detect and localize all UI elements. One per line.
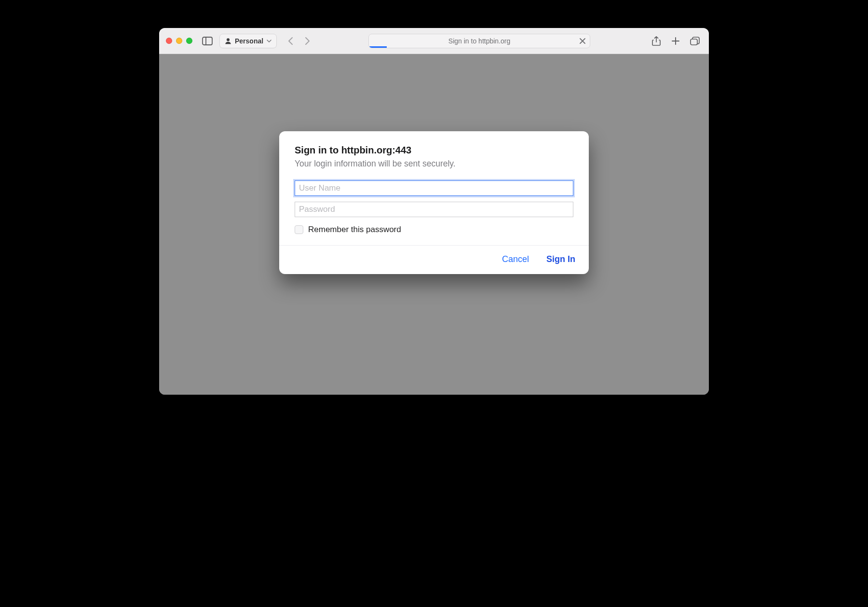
tab-overview-button[interactable] — [688, 34, 702, 48]
minimize-window-button[interactable] — [176, 38, 182, 44]
dialog-subtitle: Your login information will be sent secu… — [295, 159, 573, 169]
remember-checkbox[interactable] — [295, 225, 303, 234]
signin-button[interactable]: Sign In — [544, 252, 577, 266]
page-load-progress — [369, 46, 387, 48]
forward-button[interactable] — [300, 34, 314, 48]
plus-icon — [671, 37, 680, 45]
share-button[interactable] — [649, 34, 664, 48]
address-text: Sign in to httpbin.org — [448, 37, 510, 45]
page-content-area: Sign in to httpbin.org:443 Your login in… — [159, 54, 709, 395]
auth-dialog: Sign in to httpbin.org:443 Your login in… — [279, 131, 589, 274]
fullscreen-window-button[interactable] — [186, 38, 192, 44]
person-icon — [225, 38, 231, 44]
back-button[interactable] — [284, 34, 298, 48]
toolbar: Personal Sign in to httpbin.org — [159, 28, 709, 54]
cancel-button[interactable]: Cancel — [500, 252, 531, 266]
username-field[interactable] — [295, 180, 573, 196]
share-icon — [652, 36, 661, 46]
close-icon — [579, 38, 586, 44]
browser-window: Personal Sign in to httpbin.org — [159, 28, 709, 395]
tabs-icon — [690, 37, 700, 45]
toolbar-right — [649, 34, 702, 48]
svg-rect-0 — [203, 37, 212, 45]
address-bar[interactable]: Sign in to httpbin.org — [368, 34, 590, 48]
chevron-down-icon — [267, 39, 271, 43]
svg-rect-3 — [691, 39, 697, 45]
sidebar-icon — [202, 37, 213, 45]
sidebar-toggle-button[interactable] — [200, 34, 215, 48]
stop-reload-button[interactable] — [579, 38, 586, 44]
svg-point-2 — [227, 38, 230, 41]
chevron-right-icon — [304, 37, 311, 45]
remember-row: Remember this password — [295, 225, 573, 235]
dialog-actions: Cancel Sign In — [279, 245, 589, 274]
profile-button[interactable]: Personal — [219, 34, 277, 48]
navigation-buttons — [284, 34, 314, 48]
new-tab-button[interactable] — [668, 34, 683, 48]
chevron-left-icon — [287, 37, 294, 45]
close-window-button[interactable] — [166, 38, 172, 44]
dialog-title: Sign in to httpbin.org:443 — [295, 145, 573, 156]
profile-label: Personal — [235, 37, 263, 45]
remember-label: Remember this password — [308, 225, 401, 235]
password-field[interactable] — [295, 202, 573, 217]
window-controls — [166, 38, 192, 44]
